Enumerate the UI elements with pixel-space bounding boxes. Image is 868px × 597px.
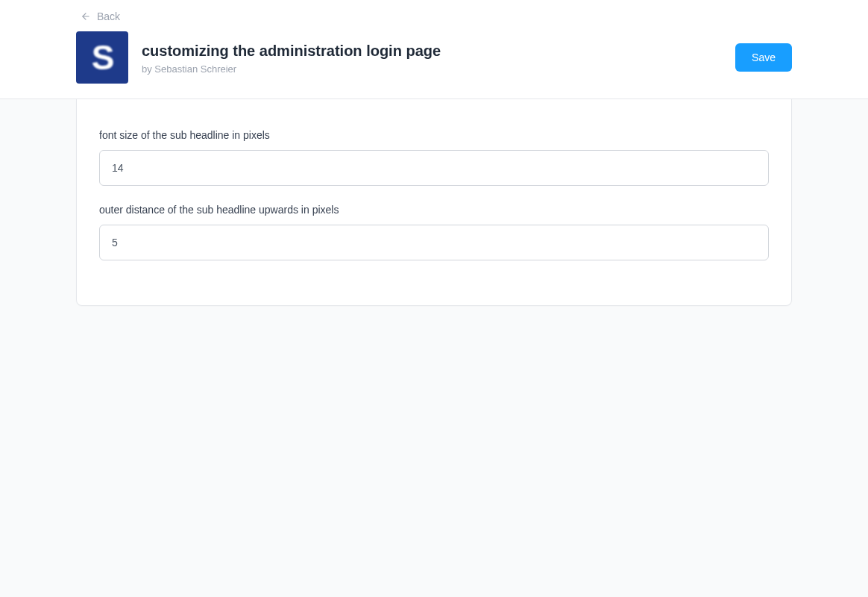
settings-card: font size of the sub headline in pixels … bbox=[76, 99, 792, 306]
arrow-left-icon bbox=[81, 11, 91, 22]
form-group-font-size: font size of the sub headline in pixels bbox=[99, 129, 769, 186]
page-title: customizing the administration login pag… bbox=[142, 41, 722, 60]
back-link[interactable]: Back bbox=[81, 10, 120, 22]
field-label: font size of the sub headline in pixels bbox=[99, 129, 769, 141]
outer-distance-input[interactable] bbox=[99, 225, 769, 260]
byline: by Sebastian Schreier bbox=[142, 63, 722, 75]
form-group-outer-distance: outer distance of the sub headline upwar… bbox=[99, 204, 769, 260]
field-label: outer distance of the sub headline upwar… bbox=[99, 204, 769, 216]
title-block: customizing the administration login pag… bbox=[142, 41, 722, 75]
plugin-logo-letter: S bbox=[92, 37, 113, 78]
font-size-input[interactable] bbox=[99, 150, 769, 186]
save-button[interactable]: Save bbox=[735, 43, 792, 72]
plugin-logo: S bbox=[76, 31, 128, 84]
page-header: Back S customizing the administration lo… bbox=[0, 0, 868, 99]
back-label: Back bbox=[97, 10, 120, 22]
